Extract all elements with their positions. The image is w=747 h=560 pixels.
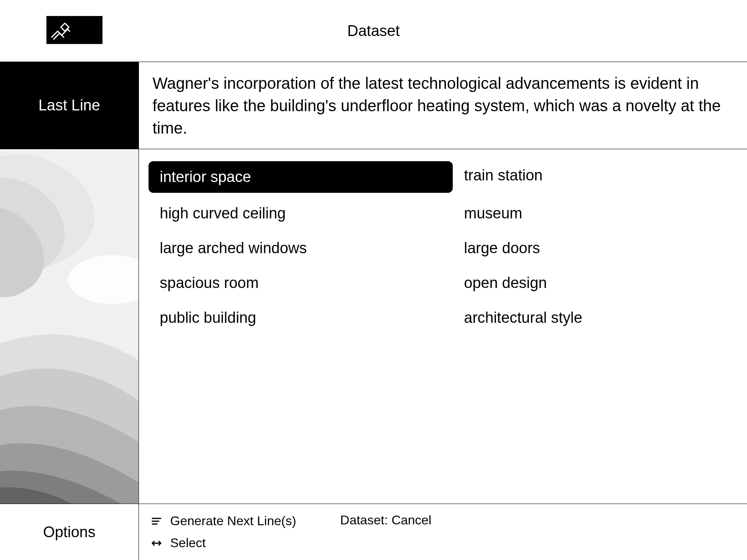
option-large-doors[interactable]: large doors (453, 234, 747, 262)
option-high-curved-ceiling[interactable]: high curved ceiling (149, 199, 453, 228)
page-title: Dataset (347, 22, 400, 40)
options-label: Options (0, 504, 139, 560)
option-public-building[interactable]: public building (149, 304, 453, 332)
option-train-station[interactable]: train station (453, 161, 747, 190)
svg-rect-0 (46, 16, 74, 44)
option-open-design[interactable]: open design (453, 269, 747, 297)
last-line-label: Last Line (0, 62, 139, 149)
main-area: Last Line (0, 62, 747, 560)
options-grid: interior space train station high curved… (139, 149, 747, 504)
sidebar: Last Line (0, 62, 139, 560)
select-label: Select (170, 536, 206, 550)
sidebar-decorative-art (0, 149, 139, 504)
generate-label: Generate Next Line(s) (170, 514, 296, 528)
arrows-horizontal-icon (151, 538, 162, 549)
content-area: Wagner's incorporation of the latest tec… (139, 62, 747, 560)
dataset-cancel-action[interactable]: Dataset: Cancel (340, 504, 432, 528)
header: Dataset (0, 0, 747, 62)
footer: Generate Next Line(s) Select Dataset: Ca… (139, 504, 747, 560)
footer-left-actions: Generate Next Line(s) Select (151, 514, 296, 550)
logo-hands-icon (46, 16, 102, 44)
select-action[interactable]: Select (151, 536, 296, 550)
option-spacious-room[interactable]: spacious room (149, 269, 453, 297)
menu-lines-icon (151, 516, 162, 527)
option-architectural-style[interactable]: architectural style (453, 304, 747, 332)
option-museum[interactable]: museum (453, 199, 747, 228)
last-line-text-content: Wagner's incorporation of the latest tec… (153, 72, 747, 139)
app-logo (46, 16, 102, 44)
last-line-text: Wagner's incorporation of the latest tec… (139, 62, 747, 149)
option-interior-space[interactable]: interior space (149, 161, 453, 193)
generate-next-line-action[interactable]: Generate Next Line(s) (151, 514, 296, 528)
option-large-arched-windows[interactable]: large arched windows (149, 234, 453, 262)
